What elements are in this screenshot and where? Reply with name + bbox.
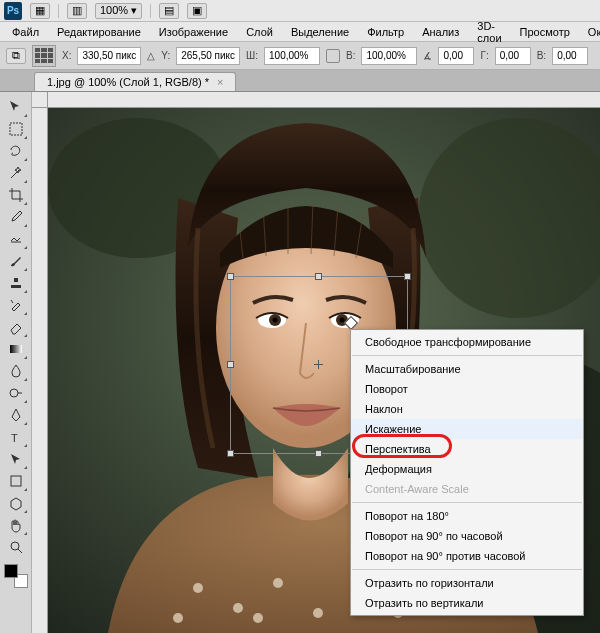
link-wh-icon[interactable] (326, 49, 340, 63)
svg-point-16 (173, 613, 183, 623)
w-label: Ш: (246, 50, 258, 61)
context-menu-item[interactable]: Свободное трансформирование (351, 332, 583, 352)
svg-point-10 (193, 583, 203, 593)
context-menu-item[interactable]: Наклон (351, 399, 583, 419)
zoom-dropdown[interactable]: 100% ▾ (95, 3, 142, 19)
ruler-vertical[interactable] (32, 108, 48, 633)
history-brush-tool-icon[interactable] (4, 294, 28, 316)
angle-field[interactable]: 0,00 (438, 47, 474, 65)
ruler-corner (32, 92, 48, 108)
context-menu-separator (352, 355, 582, 356)
magic-wand-tool-icon[interactable] (4, 162, 28, 184)
transform-center-mark[interactable] (314, 360, 323, 369)
transform-context-menu: Свободное трансформированиеМасштабирован… (350, 329, 584, 616)
y-field[interactable]: 265,50 пикс (176, 47, 240, 65)
context-menu-separator (352, 502, 582, 503)
crop-tool-icon[interactable] (4, 184, 28, 206)
svg-point-5 (11, 542, 19, 550)
type-tool-icon[interactable]: T (4, 426, 28, 448)
lasso-tool-icon[interactable] (4, 140, 28, 162)
menu-select[interactable]: Выделение (283, 24, 357, 40)
screen-mode-icon[interactable]: ▣ (187, 3, 207, 19)
menu-layer[interactable]: Слой (238, 24, 281, 40)
view-extras-icon[interactable]: ▥ (67, 3, 87, 19)
options-bar: ⧉ X: 330,50 пикс △ Y: 265,50 пикс Ш: 100… (0, 42, 600, 70)
transform-handle-ml[interactable] (227, 361, 234, 368)
svg-point-2 (10, 389, 18, 397)
menu-image[interactable]: Изображение (151, 24, 236, 40)
menu-bar: Файл Редактирование Изображение Слой Выд… (0, 22, 600, 42)
separator (150, 4, 151, 18)
eraser-tool-icon[interactable] (4, 316, 28, 338)
3d-tool-icon[interactable] (4, 492, 28, 514)
svg-rect-1 (10, 345, 22, 353)
menu-analysis[interactable]: Анализ (414, 24, 467, 40)
context-menu-item[interactable]: Искажение (351, 419, 583, 439)
document-tab[interactable]: 1.jpg @ 100% (Слой 1, RGB/8) * × (34, 72, 236, 91)
shape-tool-icon[interactable] (4, 470, 28, 492)
context-menu-item[interactable]: Масштабирование (351, 359, 583, 379)
path-select-tool-icon[interactable] (4, 448, 28, 470)
dodge-tool-icon[interactable] (4, 382, 28, 404)
arrange-docs-icon[interactable]: ▤ (159, 3, 179, 19)
svg-text:T: T (11, 432, 18, 444)
menu-filter[interactable]: Фильтр (359, 24, 412, 40)
hskew-field[interactable]: 0,00 (495, 47, 531, 65)
color-swatches[interactable] (4, 564, 28, 588)
brush-tool-icon[interactable] (4, 250, 28, 272)
context-menu-item: Content-Aware Scale (351, 479, 583, 499)
context-menu-item[interactable]: Деформация (351, 459, 583, 479)
menu-file[interactable]: Файл (4, 24, 47, 40)
context-menu-item[interactable]: Перспектива (351, 439, 583, 459)
x-field[interactable]: 330,50 пикс (77, 47, 141, 65)
zoom-tool-icon[interactable] (4, 536, 28, 558)
vskew-field[interactable]: 0,00 (552, 47, 588, 65)
transform-handle-tr[interactable] (404, 273, 411, 280)
context-menu-item[interactable]: Поворот (351, 379, 583, 399)
w-field[interactable]: 100,00% (264, 47, 320, 65)
context-menu-item[interactable]: Отразить по горизонтали (351, 573, 583, 593)
hskew-label: Г: (480, 50, 488, 61)
canvas-area: Свободное трансформированиеМасштабирован… (32, 92, 600, 633)
eyedropper-tool-icon[interactable] (4, 206, 28, 228)
reference-point-icon[interactable] (32, 45, 56, 67)
tool-preset-icon[interactable]: ⧉ (6, 48, 26, 64)
context-menu-item[interactable]: Поворот на 180° (351, 506, 583, 526)
gradient-tool-icon[interactable] (4, 338, 28, 360)
svg-rect-0 (10, 123, 22, 135)
separator (58, 4, 59, 18)
menu-3d[interactable]: 3D-слои (469, 18, 509, 46)
y-label: Y: (161, 50, 170, 61)
ruler-horizontal[interactable] (48, 92, 600, 108)
move-tool-icon[interactable] (4, 96, 28, 118)
vskew-label: В: (537, 50, 546, 61)
context-menu-item[interactable]: Поворот на 90° против часовой (351, 546, 583, 566)
document-tab-title: 1.jpg @ 100% (Слой 1, RGB/8) * (47, 76, 209, 88)
pen-tool-icon[interactable] (4, 404, 28, 426)
transform-handle-tm[interactable] (315, 273, 322, 280)
transform-handle-tl[interactable] (227, 273, 234, 280)
hand-tool-icon[interactable] (4, 514, 28, 536)
healing-brush-tool-icon[interactable] (4, 228, 28, 250)
foreground-color-swatch[interactable] (4, 564, 18, 578)
menu-window[interactable]: Окно (580, 24, 600, 40)
marquee-tool-icon[interactable] (4, 118, 28, 140)
app-logo: Ps (4, 2, 22, 20)
context-menu-separator (352, 569, 582, 570)
h-field[interactable]: 100,00% (361, 47, 417, 65)
delta-icon: △ (147, 50, 155, 61)
angle-label: ∡ (423, 50, 432, 61)
svg-point-12 (273, 578, 283, 588)
workspace: T (0, 92, 600, 633)
transform-handle-bm[interactable] (315, 450, 322, 457)
blur-tool-icon[interactable] (4, 360, 28, 382)
canvas[interactable]: Свободное трансформированиеМасштабирован… (48, 108, 600, 633)
stamp-tool-icon[interactable] (4, 272, 28, 294)
menu-edit[interactable]: Редактирование (49, 24, 149, 40)
launch-bridge-icon[interactable]: ▦ (30, 3, 50, 19)
context-menu-item[interactable]: Поворот на 90° по часовой (351, 526, 583, 546)
transform-handle-bl[interactable] (227, 450, 234, 457)
context-menu-item[interactable]: Отразить по вертикали (351, 593, 583, 613)
close-tab-icon[interactable]: × (217, 76, 223, 88)
menu-view[interactable]: Просмотр (512, 24, 578, 40)
